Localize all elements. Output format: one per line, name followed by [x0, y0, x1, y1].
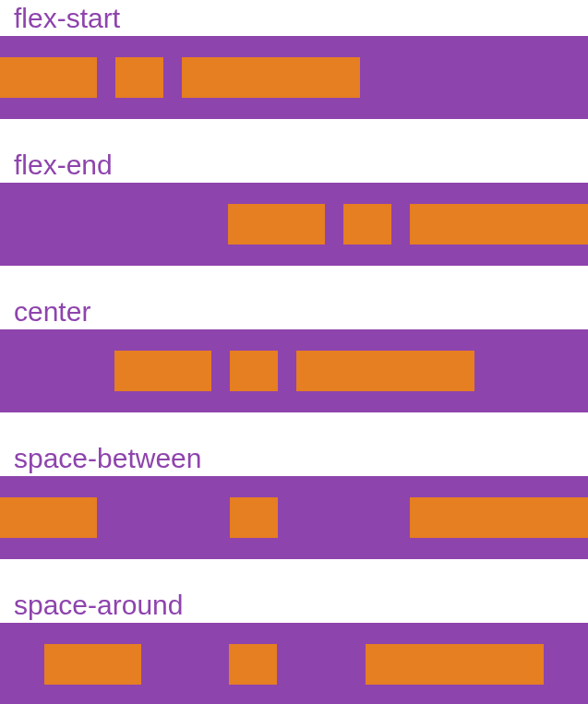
section-title: center: [0, 293, 588, 329]
flex-item: [410, 204, 588, 245]
flex-item: [410, 497, 588, 538]
flex-item: [343, 204, 391, 245]
flex-item: [230, 497, 278, 538]
flex-container: [0, 329, 588, 412]
flex-item: [296, 351, 474, 391]
section-title: space-between: [0, 440, 588, 476]
section-flex-start: flex-start: [0, 0, 588, 119]
flex-item: [114, 351, 211, 391]
flex-container: [0, 183, 588, 266]
section-title: space-around: [0, 587, 588, 623]
flex-item: [44, 644, 141, 685]
flex-item: [0, 497, 97, 538]
flex-item: [115, 57, 163, 98]
flex-container: [0, 623, 588, 704]
flex-item: [0, 57, 97, 98]
flex-item: [228, 204, 325, 245]
flex-item: [366, 644, 544, 685]
flex-item: [230, 351, 278, 391]
justify-content-diagram: flex-startflex-endcenterspace-betweenspa…: [0, 0, 588, 704]
section-space-around: space-around: [0, 587, 588, 704]
section-flex-end: flex-end: [0, 147, 588, 266]
section-title: flex-end: [0, 147, 588, 183]
flex-container: [0, 36, 588, 119]
section-title: flex-start: [0, 0, 588, 36]
section-space-between: space-between: [0, 440, 588, 559]
flex-container: [0, 476, 588, 559]
flex-item: [182, 57, 360, 98]
section-center: center: [0, 293, 588, 412]
flex-item: [229, 644, 277, 685]
